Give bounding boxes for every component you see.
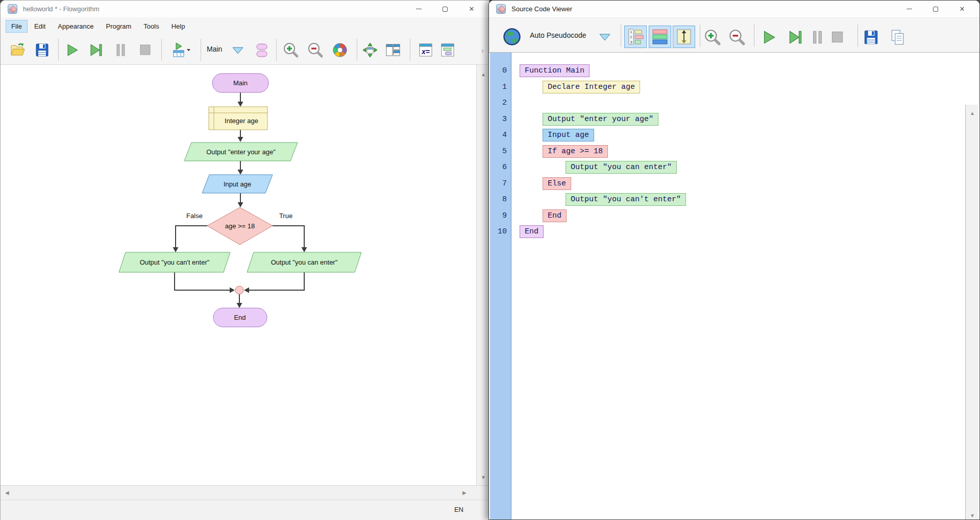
chevron-down-icon: [232, 42, 244, 58]
canvas-horizontal-scrollbar[interactable]: ◀ ▶: [1, 485, 490, 500]
run-to-window-button[interactable]: [170, 42, 191, 58]
zoom-in-button[interactable]: [283, 42, 299, 58]
zoom-out-button[interactable]: [307, 42, 324, 58]
stop-button[interactable]: [828, 29, 846, 46]
stop-icon: [137, 42, 153, 58]
zoom-out-button[interactable]: [728, 29, 746, 46]
stop-button[interactable]: [137, 42, 153, 58]
fit-to-window-button[interactable]: [362, 42, 378, 58]
scroll-up-icon[interactable]: ▲: [970, 111, 975, 116]
toggle-syntax-colors-button[interactable]: [649, 26, 671, 48]
flow-node-input[interactable]: Input age: [202, 175, 273, 193]
zoom-out-icon: [728, 29, 746, 46]
minimize-button[interactable]: [405, 1, 432, 17]
step-button[interactable]: [88, 42, 104, 58]
canvas-vertical-scrollbar[interactable]: ▲ ▼: [476, 65, 489, 485]
run-button[interactable]: [64, 42, 80, 58]
pause-button[interactable]: [112, 42, 129, 58]
menu-appearance[interactable]: Appearance: [52, 20, 99, 33]
svg-text:3: 3: [630, 40, 632, 44]
scroll-up-icon[interactable]: ▲: [481, 72, 486, 77]
code-line: 5If age >= 18: [490, 144, 964, 160]
save-button[interactable]: [34, 42, 50, 58]
language-button[interactable]: [503, 28, 521, 46]
close-button[interactable]: ✕: [949, 1, 975, 17]
run-button[interactable]: [760, 29, 777, 46]
flow-node-output-false[interactable]: Output "you can't enter": [119, 252, 230, 272]
menu-file[interactable]: File: [6, 20, 28, 33]
svg-text:Output "enter your age": Output "enter your age": [206, 148, 276, 156]
minimize-button[interactable]: [896, 1, 922, 17]
scroll-left-icon[interactable]: ◀: [5, 490, 9, 495]
code-area: 0Function Main1Declare Integer age23Outp…: [489, 53, 979, 519]
line-number: 1: [490, 83, 511, 91]
panels-icon: [385, 42, 401, 58]
pause-button[interactable]: [808, 29, 826, 46]
window-layout-button[interactable]: [385, 42, 401, 58]
flow-node-declare[interactable]: Integer age: [209, 107, 267, 130]
colored-lines-icon: [651, 28, 669, 46]
svg-text:End: End: [234, 314, 246, 321]
language-mode-label: Auto Pseudocode: [530, 31, 586, 39]
flowchart-canvas[interactable]: Main Integer age Output "enter your age"…: [1, 65, 476, 485]
function-dropdown-button[interactable]: [232, 42, 244, 58]
scroll-down-icon[interactable]: ▼: [481, 475, 486, 480]
chart-window-button[interactable]: [439, 42, 456, 58]
scroll-right-icon[interactable]: ▶: [462, 490, 467, 495]
code-vertical-scrollbar[interactable]: ▲ ▼: [965, 105, 978, 519]
maximize-button[interactable]: [922, 1, 949, 17]
save-icon: [862, 29, 879, 46]
line-spacing-icon: [675, 28, 693, 46]
open-file-button[interactable]: [9, 42, 26, 58]
flow-node-main[interactable]: Main: [212, 74, 268, 92]
flow-node-output-true[interactable]: Output "you can enter": [247, 252, 361, 272]
maximize-button[interactable]: [432, 1, 458, 17]
save-code-button[interactable]: [862, 29, 879, 46]
line-number: 2: [490, 99, 511, 107]
variable-watch-icon: x=: [418, 42, 434, 58]
flowgorithm-app-icon: [496, 4, 506, 14]
right-window-title: Source Code Viewer: [511, 1, 572, 17]
language-dropdown-button[interactable]: [599, 29, 611, 46]
zoom-in-button[interactable]: [704, 29, 721, 46]
variable-watch-button[interactable]: x=: [418, 42, 434, 58]
code-line: 1Declare Integer age: [490, 79, 964, 96]
flow-node-output-prompt[interactable]: Output "enter your age": [184, 143, 298, 161]
step-button[interactable]: [787, 29, 804, 46]
right-titlebar: Source Code Viewer ✕: [489, 1, 979, 17]
flow-node-end[interactable]: End: [213, 308, 267, 327]
line-number: 5: [490, 147, 511, 156]
flow-node-decision[interactable]: age >= 18: [207, 207, 273, 245]
toggle-line-numbers-button[interactable]: 1 2 3: [624, 26, 647, 48]
svg-text:Input age: Input age: [224, 180, 251, 188]
code-statement: Declare Integer age: [543, 81, 640, 93]
toolbar-overflow-chevron[interactable]: ›: [481, 46, 484, 55]
copy-code-button[interactable]: [889, 29, 906, 46]
close-button[interactable]: ✕: [458, 1, 485, 17]
pause-icon: [112, 42, 129, 58]
zoom-in-icon: [704, 29, 721, 46]
menu-edit[interactable]: Edit: [29, 20, 51, 33]
code-statement: If age >= 18: [543, 145, 608, 158]
code-lines: 0Function Main1Declare Integer age23Outp…: [490, 63, 964, 240]
line-number: 0: [490, 66, 511, 75]
left-toolbar: Main: [1, 35, 489, 65]
status-bar: EN: [1, 500, 490, 520]
svg-text:1: 1: [630, 30, 632, 34]
colors-button[interactable]: [332, 42, 348, 58]
line-number: 8: [490, 195, 511, 204]
menu-help[interactable]: Help: [166, 20, 191, 33]
toggle-line-spacing-button[interactable]: [673, 26, 695, 48]
menu-program[interactable]: Program: [100, 20, 137, 33]
code-statement: Else: [543, 177, 571, 190]
language-indicator[interactable]: EN: [454, 506, 463, 513]
scroll-down-icon[interactable]: ▼: [970, 513, 975, 518]
flow-merge-node[interactable]: [235, 286, 243, 294]
flowgorithm-app-icon: [8, 4, 17, 14]
save-icon: [34, 42, 50, 58]
code-line: 9End: [490, 208, 964, 224]
add-shape-button[interactable]: [254, 42, 270, 58]
code-statement: Output "you can't enter": [566, 193, 686, 206]
menu-tools[interactable]: Tools: [138, 20, 164, 33]
zoom-in-icon: [283, 42, 299, 58]
